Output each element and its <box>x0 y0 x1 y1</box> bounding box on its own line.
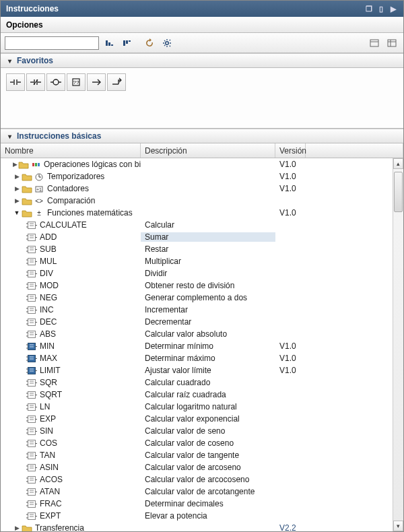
tree-item-description: Decrementar <box>141 317 275 327</box>
tree-item-description: Determinar máximo <box>141 354 275 363</box>
refresh-button[interactable] <box>142 36 157 50</box>
block-icon <box>26 475 37 484</box>
tree-item-row[interactable]: FRACDeterminar decimales <box>1 498 393 510</box>
block-icon <box>26 269 37 278</box>
search-input[interactable] <box>5 36 99 50</box>
tree-item-label: INC <box>40 305 54 314</box>
tree-item-row[interactable]: TANCalcular valor de tangente <box>1 449 393 461</box>
fav-box-button[interactable]: ?? <box>67 73 86 91</box>
tree-item-row[interactable]: COSCalcular valor de coseno <box>1 437 393 449</box>
chevron-right-icon[interactable]: ▶ <box>13 524 21 531</box>
tree-item-row[interactable]: LNCalcular logaritmo natural <box>1 401 393 413</box>
fav-branch-button[interactable] <box>87 73 106 91</box>
tree-item-row[interactable]: MODObtener resto de división <box>1 279 393 292</box>
list-view-button[interactable] <box>367 36 382 50</box>
tree-item-version: V1.0 <box>275 354 306 363</box>
svg-rect-22 <box>32 163 34 166</box>
tree-item-row[interactable]: MAXDeterminar máximoV1.0 <box>1 352 393 364</box>
refresh-icon <box>145 38 154 48</box>
tree-folder-row[interactable]: ▶TransferenciaV2.2 <box>1 522 393 531</box>
tree-item-row[interactable]: ATANCalcular valor de arcotangente <box>1 486 393 498</box>
tree-item-row[interactable]: ASINCalcular valor de arcoseno <box>1 461 393 473</box>
tree-item-row[interactable]: DECDecrementar <box>1 316 393 328</box>
tree-item-version: V1.0 <box>275 366 306 375</box>
tree-item-row[interactable]: MINDeterminar mínimoV1.0 <box>1 340 393 352</box>
block-blue-icon <box>26 354 37 363</box>
chevron-right-icon[interactable]: ▶ <box>13 160 18 168</box>
sort-desc-button[interactable] <box>119 36 134 50</box>
block-icon <box>26 317 37 327</box>
basic-instructions-header[interactable]: ▾ Instrucciones básicas <box>1 129 403 143</box>
tree-folder-label: Contadores <box>47 184 89 193</box>
window-expand-icon[interactable]: ▶ <box>389 4 398 13</box>
tree-item-label: ATAN <box>40 487 60 496</box>
sort-asc-button[interactable] <box>102 36 116 50</box>
tree-item-description: Sumar <box>141 232 275 242</box>
tree-folder-row[interactable]: ▶<>Comparación <box>1 195 393 207</box>
column-name[interactable]: Nombre <box>1 143 141 158</box>
favorites-header[interactable]: ▾ Favoritos <box>1 53 403 68</box>
grid-view-button[interactable] <box>384 36 399 50</box>
tree-item-label: ABS <box>40 329 56 339</box>
block-blue-icon <box>26 341 37 351</box>
column-spacer <box>306 143 403 158</box>
tree-body[interactable]: ▶Operaciones lógicas con bitsV1.0▶Tempor… <box>1 158 393 531</box>
column-description[interactable]: Descripción <box>141 143 275 158</box>
tree-item-row[interactable]: SQRTCalcular raíz cuadrada <box>1 389 393 401</box>
block-icon <box>26 426 37 436</box>
tree-item-label: MOD <box>40 281 59 290</box>
tree-item-row[interactable]: NEGGenerar complemento a dos <box>1 292 393 304</box>
column-version[interactable]: Versión <box>275 143 306 158</box>
chevron-right-icon[interactable]: ▶ <box>13 172 21 180</box>
svg-rect-1 <box>370 40 378 46</box>
tree-item-label: ASIN <box>40 463 59 472</box>
tree-item-row[interactable]: CALCULATECalcular <box>1 219 393 231</box>
tree-item-row[interactable]: LIMITAjustar valor límiteV1.0 <box>1 364 393 376</box>
tree-item-description: Ajustar valor límite <box>141 366 275 375</box>
scroll-up-button[interactable]: ▴ <box>393 158 403 169</box>
tree-item-version[interactable]: V2.2 <box>275 523 306 531</box>
tree-item-description: Calcular valor de arcocoseno <box>141 475 275 484</box>
vertical-scrollbar[interactable]: ▴ ▾ <box>393 158 403 531</box>
tree-item-row[interactable]: DIVDividir <box>1 267 393 279</box>
tree-item-row[interactable]: SINCalcular valor de seno <box>1 425 393 437</box>
folder-icon <box>22 523 32 531</box>
scroll-thumb[interactable] <box>394 172 403 212</box>
tree-item-row[interactable]: ACOSCalcular valor de arcocoseno <box>1 473 393 486</box>
tree-item-row[interactable]: INCIncrementar <box>1 304 393 316</box>
tree-item-version: V1.0 <box>275 160 306 169</box>
tree-item-label: COS <box>40 438 57 448</box>
chevron-down-icon[interactable]: ▼ <box>13 209 21 217</box>
compare-icon: <> <box>34 196 44 205</box>
tree-item-row[interactable]: EXPTElevar a potencia <box>1 510 393 522</box>
chevron-down-icon[interactable]: ▾ <box>5 131 14 141</box>
chevron-down-icon[interactable]: ▾ <box>5 56 14 65</box>
tree-folder-row[interactable]: ▶Operaciones lógicas con bitsV1.0 <box>1 158 393 170</box>
tree-item-row[interactable]: SQRCalcular cuadrado <box>1 376 393 389</box>
fav-branch-close-button[interactable] <box>107 73 126 91</box>
window-pin-icon[interactable]: ▯ <box>376 4 386 13</box>
block-icon <box>26 329 37 339</box>
block-icon <box>26 281 37 290</box>
settings-button[interactable] <box>160 36 174 50</box>
chevron-right-icon[interactable]: ▶ <box>13 185 21 193</box>
fav-contact-no-button[interactable] <box>6 73 25 91</box>
tree-folder-row[interactable]: ▶TemporizadoresV1.0 <box>1 170 393 182</box>
tree-folder-row[interactable]: ▶+1ContadoresV1.0 <box>1 182 393 195</box>
window-restore-icon[interactable]: ❐ <box>364 4 374 13</box>
tree-item-row[interactable]: ADDSumar <box>1 231 393 243</box>
tree-item-row[interactable]: MULMultiplicar <box>1 255 393 267</box>
tree-item-row[interactable]: EXPCalcular valor exponencial <box>1 413 393 425</box>
tree-item-row[interactable]: SUBRestar <box>1 243 393 255</box>
fav-coil-button[interactable] <box>46 73 65 91</box>
counter-icon: +1 <box>34 184 44 193</box>
tree-area: ▶Operaciones lógicas con bitsV1.0▶Tempor… <box>1 158 403 531</box>
tree-item-row[interactable]: ABSCalcular valor absoluto <box>1 328 393 340</box>
fav-contact-nc-button[interactable] <box>26 73 45 91</box>
chevron-right-icon[interactable]: ▶ <box>13 197 21 205</box>
tree-folder-row[interactable]: ▼±Funciones matemáticasV1.0 <box>1 207 393 219</box>
scroll-track[interactable] <box>393 169 403 521</box>
options-bar: Opciones <box>1 17 403 33</box>
svg-point-17 <box>53 79 59 85</box>
scroll-down-button[interactable]: ▾ <box>393 521 403 531</box>
